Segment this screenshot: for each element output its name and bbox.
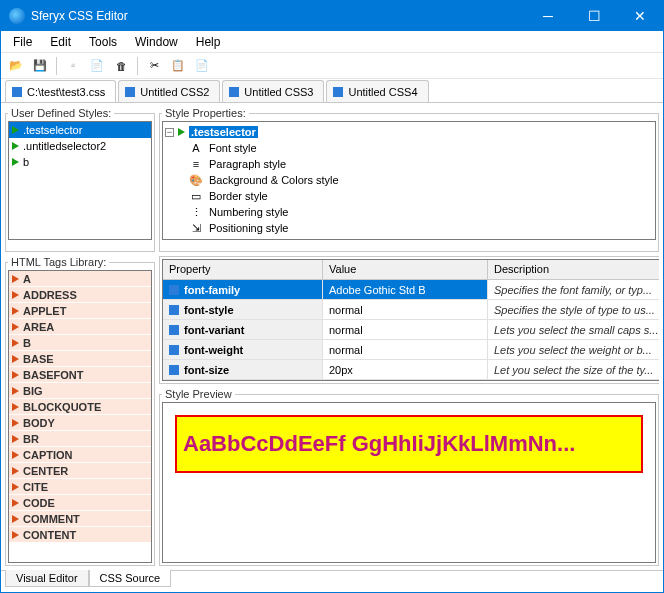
tag-item[interactable]: B: [9, 335, 151, 351]
prop-name: font-family: [163, 280, 323, 300]
separator: [56, 57, 57, 75]
tag-item[interactable]: BLOCKQUOTE: [9, 399, 151, 415]
app-window: Sferyx CSS Editor ─ ☐ ✕ File Edit Tools …: [0, 0, 664, 593]
tab-icon: [333, 87, 343, 97]
tag-item[interactable]: BASE: [9, 351, 151, 367]
menu-file[interactable]: File: [5, 33, 40, 51]
tag-item[interactable]: CODE: [9, 495, 151, 511]
menubar: File Edit Tools Window Help: [1, 31, 663, 53]
tag-label: ADDRESS: [23, 289, 77, 301]
new-style-button[interactable]: 📄: [86, 55, 108, 77]
tree-node[interactable]: 🎨Background & Colors style: [165, 172, 653, 188]
play-icon: [12, 419, 19, 427]
tree-node[interactable]: ⋮Numbering style: [165, 204, 653, 220]
style-item[interactable]: b: [9, 154, 151, 170]
menu-edit[interactable]: Edit: [42, 33, 79, 51]
tag-item[interactable]: CENTER: [9, 463, 151, 479]
tree-node[interactable]: ▭Border style: [165, 188, 653, 204]
tag-item[interactable]: CAPTION: [9, 447, 151, 463]
tab-label: C:\test\test3.css: [27, 86, 105, 98]
tag-item[interactable]: COMMENT: [9, 511, 151, 527]
tab-icon: [125, 87, 135, 97]
tag-label: BR: [23, 433, 39, 445]
doc-tab[interactable]: C:\test\test3.css: [5, 80, 116, 102]
paste-button[interactable]: 📄: [191, 55, 213, 77]
header-value[interactable]: Value: [323, 260, 488, 279]
style-properties-panel: Style Properties: − .testselector AFont …: [159, 107, 659, 252]
prop-value[interactable]: normal: [323, 300, 488, 320]
property-row[interactable]: font-variantnormalLets you select the sm…: [163, 320, 659, 340]
style-label: b: [23, 156, 29, 168]
tag-item[interactable]: APPLET: [9, 303, 151, 319]
tag-item[interactable]: CONTENT: [9, 527, 151, 543]
save-button[interactable]: 💾: [29, 55, 51, 77]
tags-list[interactable]: AADDRESSAPPLETAREABBASEBASEFONTBIGBLOCKQ…: [8, 270, 152, 563]
style-tree[interactable]: − .testselector AFont style≡Paragraph st…: [162, 121, 656, 240]
header-property[interactable]: Property: [163, 260, 323, 279]
property-row[interactable]: font-size20pxLet you select the size of …: [163, 360, 659, 380]
property-row[interactable]: font-stylenormalSpecifies the style of t…: [163, 300, 659, 320]
prop-name: font-size: [163, 360, 323, 380]
html-tags-panel: HTML Tags Library: AADDRESSAPPLETAREABBA…: [5, 256, 155, 566]
menu-tools[interactable]: Tools: [81, 33, 125, 51]
property-row[interactable]: font-weightnormalLets you select the wei…: [163, 340, 659, 360]
style-item[interactable]: .untitledselector2: [9, 138, 151, 154]
tag-label: BASEFONT: [23, 369, 84, 381]
play-icon: [178, 128, 185, 136]
play-icon: [12, 531, 19, 539]
tab-css-source[interactable]: CSS Source: [89, 570, 172, 587]
style-label: .testselector: [23, 124, 82, 136]
new-doc-button[interactable]: ▫️: [62, 55, 84, 77]
left-column: User Defined Styles: .testselector .unti…: [5, 107, 155, 566]
open-button[interactable]: 📂: [5, 55, 27, 77]
tag-item[interactable]: BODY: [9, 415, 151, 431]
user-defined-styles-panel: User Defined Styles: .testselector .unti…: [5, 107, 155, 252]
tag-item[interactable]: BIG: [9, 383, 151, 399]
collapse-icon[interactable]: −: [165, 128, 174, 137]
maximize-button[interactable]: ☐: [571, 1, 617, 31]
tag-item[interactable]: CITE: [9, 479, 151, 495]
play-icon: [12, 483, 19, 491]
user-styles-list[interactable]: .testselector .untitledselector2 b: [8, 121, 152, 240]
tag-item[interactable]: BR: [9, 431, 151, 447]
close-button[interactable]: ✕: [617, 1, 663, 31]
tag-label: AREA: [23, 321, 54, 333]
tag-label: CENTER: [23, 465, 68, 477]
tag-item[interactable]: ADDRESS: [9, 287, 151, 303]
panel-title: Style Properties:: [162, 107, 249, 119]
tree-node[interactable]: AFont style: [165, 140, 653, 156]
tree-node[interactable]: ≡Paragraph style: [165, 156, 653, 172]
minimize-button[interactable]: ─: [525, 1, 571, 31]
tag-label: CITE: [23, 481, 48, 493]
prop-value[interactable]: 20px: [323, 360, 488, 380]
tab-visual-editor[interactable]: Visual Editor: [5, 570, 89, 587]
delete-button[interactable]: 🗑: [110, 55, 132, 77]
tree-root[interactable]: − .testselector: [165, 124, 653, 140]
property-row[interactable]: font-familyAdobe Gothic Std BSpecifies t…: [163, 280, 659, 300]
prop-value[interactable]: normal: [323, 340, 488, 360]
cut-button[interactable]: ✂: [143, 55, 165, 77]
doc-tab[interactable]: Untitled CSS2: [118, 80, 220, 102]
prop-icon: [169, 345, 179, 355]
play-icon: [12, 499, 19, 507]
prop-value[interactable]: normal: [323, 320, 488, 340]
tag-item[interactable]: AREA: [9, 319, 151, 335]
play-icon: [12, 307, 19, 315]
window-title: Sferyx CSS Editor: [31, 9, 525, 23]
prop-value[interactable]: Adobe Gothic Std B: [323, 280, 488, 300]
style-item[interactable]: .testselector: [9, 122, 151, 138]
play-icon: [12, 403, 19, 411]
doc-tab[interactable]: Untitled CSS3: [222, 80, 324, 102]
play-icon: [12, 387, 19, 395]
tag-item[interactable]: A: [9, 271, 151, 287]
tree-node[interactable]: ⇲Positioning style: [165, 220, 653, 236]
menu-help[interactable]: Help: [188, 33, 229, 51]
menu-window[interactable]: Window: [127, 33, 186, 51]
doc-tab[interactable]: Untitled CSS4: [326, 80, 428, 102]
node-icon: ▭: [189, 190, 203, 203]
copy-button[interactable]: 📋: [167, 55, 189, 77]
node-label: Border style: [209, 190, 268, 202]
node-icon: 🎨: [189, 174, 203, 187]
header-description[interactable]: Description: [488, 260, 659, 279]
tag-item[interactable]: BASEFONT: [9, 367, 151, 383]
